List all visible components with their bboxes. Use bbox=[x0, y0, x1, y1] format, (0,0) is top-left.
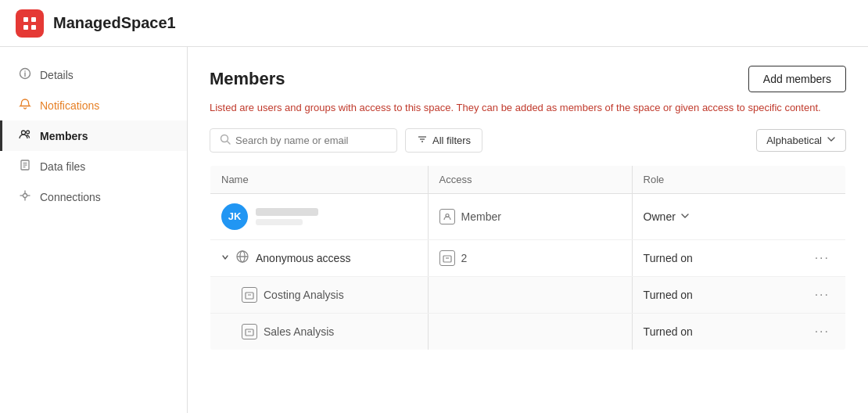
sidebar-item-connections-label: Connections bbox=[40, 191, 101, 203]
member-sub-placeholder bbox=[256, 219, 303, 225]
svg-rect-27 bbox=[443, 256, 451, 262]
sidebar-item-notifications-label: Notifications bbox=[40, 99, 99, 112]
svg-rect-0 bbox=[23, 17, 28, 22]
sales-more-button[interactable]: ··· bbox=[810, 323, 834, 340]
members-description: Listed are users and groups with access … bbox=[210, 100, 846, 116]
table-row: Costing Analysis Turned on ··· bbox=[210, 276, 846, 313]
sidebar-item-data-files[interactable]: Data files bbox=[0, 151, 187, 181]
anon-role-cell: Turned on bbox=[632, 239, 799, 276]
owner-role-dropdown[interactable]: Owner bbox=[644, 210, 690, 223]
chevron-down-icon bbox=[827, 135, 836, 146]
anon-name-label: Anonymous access bbox=[256, 252, 350, 264]
globe-icon bbox=[235, 250, 249, 266]
filter-icon bbox=[417, 134, 428, 147]
svg-line-19 bbox=[228, 141, 231, 144]
svg-rect-29 bbox=[246, 293, 253, 299]
sales-content-icon bbox=[242, 324, 257, 339]
layout: Details Notifications Members Data files… bbox=[0, 47, 868, 413]
search-input[interactable] bbox=[235, 135, 387, 146]
app-title: ManagedSpace1 bbox=[53, 14, 176, 32]
anon-actions-cell: ··· bbox=[799, 239, 846, 276]
sidebar: Details Notifications Members Data files… bbox=[0, 47, 188, 413]
info-icon bbox=[18, 67, 32, 82]
sales-name-cell: Sales Analysis bbox=[210, 313, 429, 350]
svg-point-6 bbox=[24, 70, 26, 72]
svg-rect-31 bbox=[246, 329, 253, 336]
member-name-cell: JK bbox=[210, 193, 429, 239]
member-role-cell: Owner bbox=[632, 193, 799, 239]
svg-point-8 bbox=[27, 131, 30, 134]
anon-name-cell: Anonymous access bbox=[210, 239, 429, 276]
owner-role-label: Owner bbox=[644, 210, 676, 223]
svg-point-13 bbox=[23, 194, 27, 198]
file-icon bbox=[18, 159, 32, 174]
costing-actions-cell: ··· bbox=[799, 276, 846, 313]
sidebar-item-data-files-label: Data files bbox=[40, 160, 85, 173]
main-content: Members Add members Listed are users and… bbox=[188, 47, 868, 413]
search-icon bbox=[220, 134, 231, 147]
page-title: Members bbox=[210, 69, 285, 89]
col-header-name: Name bbox=[210, 165, 429, 193]
plug-icon bbox=[18, 189, 32, 204]
table-row: Anonymous access 2 Turned on bbox=[210, 239, 846, 276]
avatar: JK bbox=[221, 203, 248, 230]
expand-icon[interactable] bbox=[221, 253, 229, 263]
anon-access-count: 2 bbox=[461, 252, 468, 264]
member-access-icon bbox=[439, 209, 455, 224]
col-header-actions bbox=[799, 165, 846, 193]
members-table: Name Access Role JK bbox=[210, 165, 846, 350]
col-header-role: Role bbox=[632, 165, 799, 193]
add-members-button[interactable]: Add members bbox=[748, 66, 846, 92]
costing-role-cell: Turned on bbox=[632, 276, 799, 313]
sidebar-item-details-label: Details bbox=[40, 69, 74, 81]
costing-name-cell: Costing Analysis bbox=[210, 276, 429, 313]
member-access-label: Member bbox=[461, 210, 501, 223]
app-header: ManagedSpace1 bbox=[0, 0, 868, 47]
sort-button[interactable]: Alphabetical bbox=[756, 129, 846, 152]
all-filters-button[interactable]: All filters bbox=[405, 128, 482, 153]
anon-role-label: Turned on bbox=[644, 252, 693, 264]
costing-content-icon bbox=[242, 287, 257, 303]
table-row: JK Member bbox=[210, 193, 846, 239]
costing-access-cell bbox=[428, 276, 632, 313]
costing-name-label: Costing Analysis bbox=[264, 289, 344, 301]
sidebar-item-members-label: Members bbox=[40, 130, 88, 142]
anon-more-button[interactable]: ··· bbox=[810, 250, 834, 267]
sidebar-item-details[interactable]: Details bbox=[0, 59, 187, 90]
costing-more-button[interactable]: ··· bbox=[810, 286, 834, 303]
members-header: Members Add members bbox=[210, 66, 846, 92]
svg-rect-1 bbox=[31, 17, 36, 22]
sales-name-label: Sales Analysis bbox=[264, 325, 334, 338]
sidebar-item-notifications[interactable]: Notifications bbox=[0, 90, 187, 120]
app-logo bbox=[16, 9, 44, 38]
sales-role-cell: Turned on bbox=[632, 313, 799, 350]
sales-actions-cell: ··· bbox=[799, 313, 846, 350]
member-access-cell: Member bbox=[428, 193, 632, 239]
bell-icon bbox=[18, 98, 32, 113]
svg-point-7 bbox=[22, 131, 26, 135]
anon-access-icon bbox=[439, 250, 455, 266]
svg-rect-3 bbox=[31, 25, 36, 30]
svg-rect-2 bbox=[23, 25, 28, 30]
member-name-placeholder bbox=[256, 208, 318, 216]
sort-label: Alphabetical bbox=[766, 135, 822, 146]
search-box[interactable] bbox=[210, 128, 397, 153]
costing-role-label: Turned on bbox=[644, 289, 693, 301]
table-row: Sales Analysis Turned on ··· bbox=[210, 313, 846, 350]
toolbar: All filters Alphabetical bbox=[210, 128, 846, 153]
sales-role-label: Turned on bbox=[644, 325, 693, 338]
chevron-down-icon bbox=[680, 210, 690, 223]
sidebar-item-members[interactable]: Members bbox=[0, 120, 187, 151]
sidebar-item-connections[interactable]: Connections bbox=[0, 181, 187, 212]
col-header-access: Access bbox=[428, 165, 632, 193]
filter-label: All filters bbox=[432, 135, 471, 146]
people-icon bbox=[18, 128, 32, 143]
sales-access-cell bbox=[428, 313, 632, 350]
member-actions-cell bbox=[799, 193, 846, 239]
anon-access-cell: 2 bbox=[428, 239, 632, 276]
